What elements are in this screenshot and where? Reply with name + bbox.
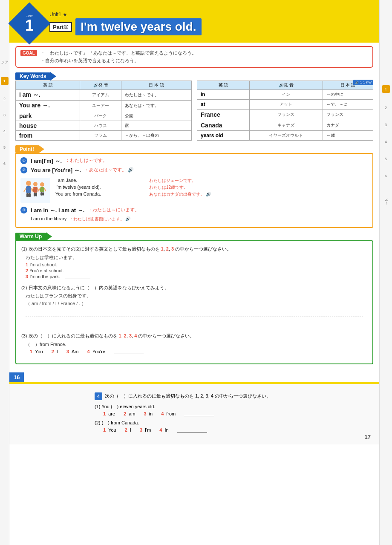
warm-up-content: (1) 次の日本文を見てその文に対する英文として最も適切なものを 1, 2, 3… [15, 240, 373, 364]
ex1-option-1: 1 I'm at school. [26, 262, 367, 267]
ex4-q2-opt-1: 1 You [103, 427, 116, 433]
right-sidebar: 1 2 3 4 5 6 ノート [379, 0, 392, 545]
ex4-q2-text: (2) ( ) from Canada. [95, 420, 354, 426]
svg-point-12 [40, 182, 44, 187]
right-num-6: 6 [385, 174, 387, 178]
header-title-block: Unit1 ★ Part① I'm twelve years old. [49, 12, 374, 35]
table-row: Canada キャナダ カナダ [197, 120, 373, 131]
second-page-area: 4 次の（ ）に入れるのに最も適切なものを 1, 2, 3, 4 の中から一つ選… [9, 382, 379, 444]
ex-english-1: I am Jane. [55, 178, 141, 184]
ex4-q1-opt4-text: from [166, 411, 176, 416]
table-row: park パーク 公園 [16, 111, 192, 121]
ex1-context: わたしは学校にいます。 [26, 254, 367, 261]
header-area: Unit 1 Unit1 ★ Part① I'm twelve years ol… [9, 5, 379, 43]
pron-years-old: イヤーズオウルド [250, 131, 323, 141]
svg-rect-5 [29, 193, 31, 197]
point-meaning-3: ：わたしは～にいます。 [88, 207, 139, 213]
ex-japanese-3: あなたはカナダの出身です。 🔊 [149, 191, 211, 197]
svg-rect-7 [33, 187, 37, 193]
top-bar [9, 0, 379, 5]
key-words-badge: Key Words [15, 72, 50, 80]
tables-row: 英 語 🔊発 音 日 本 語 I am ～. アイアム わたしは～です。 You [15, 81, 373, 141]
ex3-opt-1: 1 You [30, 349, 43, 354]
warm-up-header: Warm Up [15, 232, 373, 241]
ex4-q1-opt3-text: in [149, 411, 153, 416]
word-canada: Canada [197, 120, 250, 131]
table-row: from フラム ～から、～出身の [16, 131, 192, 141]
ex2-fill-blank-2 [26, 319, 363, 327]
ex3-opt-2-text: I [57, 349, 58, 354]
ex3-opt-1-text: You [35, 349, 43, 354]
example-row-2: I'm twelve (years old). わたしは12歳です。 [55, 185, 368, 190]
svg-rect-17 [42, 192, 44, 196]
warm-up-arrow [46, 232, 52, 241]
point-rule3-example: I am in the library. ：わたしは図書館にいます。 🔊 [31, 216, 368, 222]
ex1-option-3: 3 I'm in the park. [26, 274, 367, 279]
pron-france: フランス [250, 110, 323, 120]
word-house: house [16, 121, 80, 131]
svg-rect-11 [35, 193, 37, 196]
th-english-1: 英 語 [16, 81, 80, 90]
pron-i-am: アイアム [80, 90, 121, 101]
table-row: You are ～. ユーアー あなたは～です。 [16, 101, 192, 111]
table-row: years old イヤーズオウルド ～歳 [197, 131, 373, 141]
sidebar-num-3: 3 [3, 113, 6, 117]
ex4-q1-answer-line [184, 411, 214, 416]
svg-point-6 [33, 182, 37, 186]
pron-at: アット [250, 100, 323, 110]
ex4-q2-options: 1 You 2 I 3 I'm 4 In [103, 427, 354, 433]
exercise-4: 4 次の（ ）に入れるのに最も適切なものを 1, 2, 3, 4 の中から一つ選… [95, 392, 354, 433]
ex2-fill-blank [26, 309, 363, 317]
ex-japanese-1: わたしはジェーンです。 [149, 178, 196, 184]
svg-point-0 [26, 181, 31, 186]
sidebar-num-2: 2 [3, 97, 6, 101]
table-row: house ハウス 家 [16, 121, 192, 131]
ex1-options: 1 I'm at school. 2 You're at school. 3 I… [26, 262, 367, 279]
ex2-context: わたしはフランスの出身です。 [26, 293, 367, 299]
table-row: France フランス フランス [197, 110, 373, 120]
word-park: park [16, 111, 80, 121]
sidebar-num-1: 1 [1, 77, 9, 85]
th-english-2: 英 語 [197, 81, 250, 90]
pron-house: ハウス [80, 121, 121, 131]
ex4-q1-opt-4: 4 from [161, 411, 176, 416]
sidebar-num-jia: ジア [1, 60, 9, 65]
pron-park: パーク [80, 111, 121, 121]
sidebar-num-6: 6 [3, 161, 6, 166]
point-section: Point! ① I am[I'm] ～. ：わたしは～です。 ② You ar… [15, 145, 373, 228]
ex4-q2-answer-line [177, 427, 207, 433]
audio-badge-kw[interactable]: 🔊 1-1-KW [353, 80, 373, 85]
svg-rect-1 [26, 186, 31, 193]
ex4-instruction: 次の（ ）に入れるのに最も適切なものを 1, 2, 3, 4 の中から一つ選びな… [105, 393, 271, 399]
ex4-q1-text: (1) You ( ) eleven years old. [95, 404, 354, 410]
jp-i-am: わたしは～です。 [121, 90, 192, 101]
character-image [20, 178, 50, 203]
right-num-5: 5 [385, 157, 387, 161]
word-in: in [197, 90, 250, 100]
ex4-q2-opt4-text: In [164, 427, 168, 433]
ex-japanese-2: わたしは12歳です。 [149, 185, 188, 190]
ex4-q2-opt2-text: I [130, 427, 131, 433]
ex3-options-row: 1 You 2 I 3 Am 4 You're [30, 349, 367, 354]
ex3-opt-4: 4 You're [87, 349, 106, 354]
ex4-q1: (1) You ( ) eleven years old. 1 are 2 am… [95, 404, 354, 416]
ex-english-2: I'm twelve (years old). [55, 185, 141, 190]
pron-you-are: ユーアー [80, 101, 121, 111]
svg-line-2 [24, 188, 26, 192]
th-pronunciation-2: 🔊発 音 [250, 81, 323, 90]
ex4-q1-opt1-text: are [108, 411, 115, 416]
ex4-q1-opt-2: 2 am [124, 411, 135, 416]
jp-in: ～の中に [323, 90, 373, 100]
unit-number: 1 [25, 18, 34, 33]
word-you-are: You are ～. [16, 101, 80, 111]
ex2-words: （ am / from / I / France / . ） [26, 300, 367, 307]
jp-canada: カナダ [323, 120, 373, 131]
ex3-opt-4-text: You're [92, 349, 105, 354]
ex4-q2-opt3-text: I'm [145, 427, 151, 433]
unit-star-line: Unit1 ★ [49, 12, 374, 17]
left-sidebar: ジア 1 2 3 4 5 6 [0, 0, 9, 545]
sidebar-num-4: 4 [3, 129, 6, 133]
point-rule-1: ① I am[I'm] ～. ：わたしは～です。 [20, 157, 368, 165]
ex-english-3: You are from Canada. [55, 191, 141, 197]
kw-table-1: 英 語 🔊発 音 日 本 語 I am ～. アイアム わたしは～です。 You [15, 81, 192, 141]
